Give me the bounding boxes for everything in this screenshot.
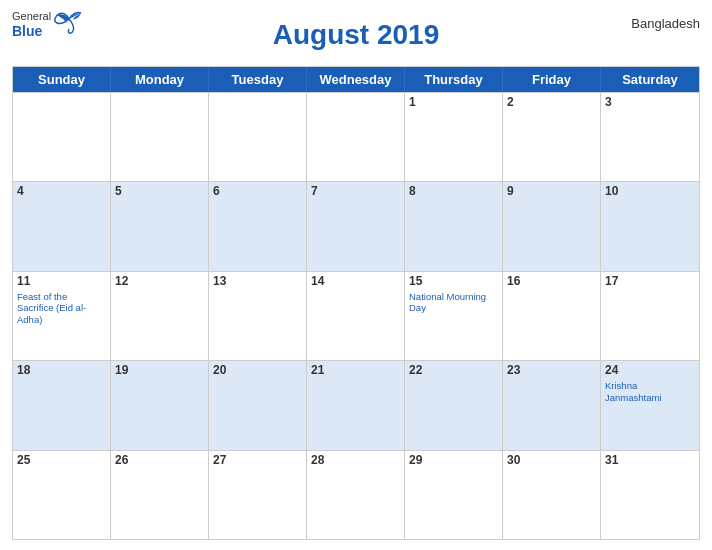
holiday-text: Feast of the Sacrifice (Eid al-Adha)	[17, 291, 106, 325]
day-cell: 27	[209, 451, 307, 539]
day-cell: 7	[307, 182, 405, 270]
day-header-saturday: Saturday	[601, 67, 699, 92]
day-cell: 13	[209, 272, 307, 360]
day-number: 3	[605, 95, 695, 109]
day-cell: 5	[111, 182, 209, 270]
day-number: 5	[115, 184, 204, 198]
day-number: 20	[213, 363, 302, 377]
day-cell: 8	[405, 182, 503, 270]
day-number: 9	[507, 184, 596, 198]
week-row-4: 18192021222324Krishna Janmashtami	[13, 360, 699, 449]
day-number: 16	[507, 274, 596, 288]
day-header-monday: Monday	[111, 67, 209, 92]
day-cell: 23	[503, 361, 601, 449]
day-number: 29	[409, 453, 498, 467]
week-row-1: 123	[13, 92, 699, 181]
day-number: 26	[115, 453, 204, 467]
day-number: 18	[17, 363, 106, 377]
logo: General Blue	[12, 10, 85, 40]
day-cell: 3	[601, 93, 699, 181]
day-number: 28	[311, 453, 400, 467]
day-number: 12	[115, 274, 204, 288]
day-number: 1	[409, 95, 498, 109]
logo-bird-icon	[53, 11, 85, 35]
day-cell	[209, 93, 307, 181]
day-number: 27	[213, 453, 302, 467]
day-number: 22	[409, 363, 498, 377]
day-cell: 22	[405, 361, 503, 449]
day-cell: 14	[307, 272, 405, 360]
day-cell: 25	[13, 451, 111, 539]
day-cell: 29	[405, 451, 503, 539]
day-cell: 6	[209, 182, 307, 270]
day-number: 11	[17, 274, 106, 288]
day-cell: 9	[503, 182, 601, 270]
day-cell: 18	[13, 361, 111, 449]
day-cell: 10	[601, 182, 699, 270]
week-row-2: 45678910	[13, 181, 699, 270]
day-number: 14	[311, 274, 400, 288]
calendar-grid: SundayMondayTuesdayWednesdayThursdayFrid…	[12, 66, 700, 540]
day-number: 10	[605, 184, 695, 198]
day-number: 19	[115, 363, 204, 377]
day-cell: 1	[405, 93, 503, 181]
day-cell: 17	[601, 272, 699, 360]
day-cell: 21	[307, 361, 405, 449]
day-number: 2	[507, 95, 596, 109]
day-number: 23	[507, 363, 596, 377]
day-number: 6	[213, 184, 302, 198]
country-label: Bangladesh	[631, 16, 700, 31]
week-row-3: 11Feast of the Sacrifice (Eid al-Adha)12…	[13, 271, 699, 360]
day-cell: 26	[111, 451, 209, 539]
day-cell: 15National Mourning Day	[405, 272, 503, 360]
day-number: 21	[311, 363, 400, 377]
day-cell: 28	[307, 451, 405, 539]
logo-blue: Blue	[12, 23, 51, 40]
day-header-thursday: Thursday	[405, 67, 503, 92]
day-headers-row: SundayMondayTuesdayWednesdayThursdayFrid…	[13, 67, 699, 92]
day-header-sunday: Sunday	[13, 67, 111, 92]
day-number: 4	[17, 184, 106, 198]
day-header-tuesday: Tuesday	[209, 67, 307, 92]
day-cell: 4	[13, 182, 111, 270]
day-cell: 19	[111, 361, 209, 449]
calendar-title: August 2019	[273, 19, 440, 51]
day-number: 24	[605, 363, 695, 377]
holiday-text: National Mourning Day	[409, 291, 498, 314]
day-number: 8	[409, 184, 498, 198]
day-number: 7	[311, 184, 400, 198]
week-row-5: 25262728293031	[13, 450, 699, 539]
day-cell	[307, 93, 405, 181]
day-cell: 30	[503, 451, 601, 539]
calendar-wrapper: General Blue August 2019 Bangladesh Sund	[0, 0, 712, 550]
day-header-wednesday: Wednesday	[307, 67, 405, 92]
holiday-text: Krishna Janmashtami	[605, 380, 695, 403]
day-cell: 11Feast of the Sacrifice (Eid al-Adha)	[13, 272, 111, 360]
day-cell: 16	[503, 272, 601, 360]
day-cell: 24Krishna Janmashtami	[601, 361, 699, 449]
day-number: 30	[507, 453, 596, 467]
day-number: 31	[605, 453, 695, 467]
day-number: 13	[213, 274, 302, 288]
day-header-friday: Friday	[503, 67, 601, 92]
day-cell: 2	[503, 93, 601, 181]
weeks-container: 1234567891011Feast of the Sacrifice (Eid…	[13, 92, 699, 539]
header-row: General Blue August 2019 Bangladesh	[12, 10, 700, 60]
logo-general: General	[12, 10, 51, 23]
day-number: 25	[17, 453, 106, 467]
day-number: 15	[409, 274, 498, 288]
day-cell: 12	[111, 272, 209, 360]
day-number: 17	[605, 274, 695, 288]
day-cell	[13, 93, 111, 181]
day-cell: 31	[601, 451, 699, 539]
day-cell: 20	[209, 361, 307, 449]
day-cell	[111, 93, 209, 181]
